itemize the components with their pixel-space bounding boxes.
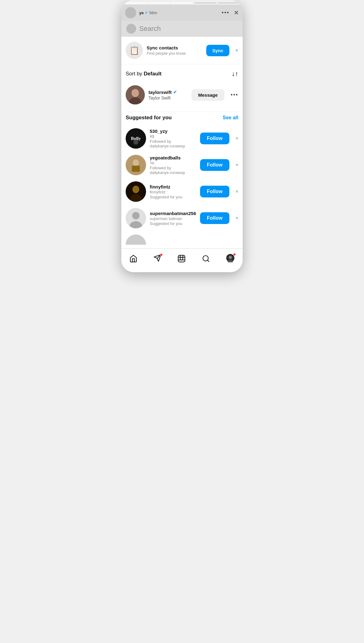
- sync-button[interactable]: Sync: [206, 45, 230, 56]
- story-username: ye ✓ 56m: [139, 11, 219, 15]
- search-input[interactable]: Search: [139, 25, 238, 33]
- taylorswift-avatar: [126, 85, 145, 104]
- taylorswift-display-name: Taylor Swift: [149, 95, 188, 100]
- 530yzy-username: 530_yzy: [150, 129, 196, 134]
- suggested-user-item: finnyfintz finnyfintz Suggested for you …: [121, 178, 243, 205]
- search-bar-container: Search: [121, 21, 243, 37]
- svg-point-7: [133, 159, 139, 166]
- sort-section: Sort by Default ↓↑: [121, 64, 243, 82]
- sort-by-text: Sort by: [126, 71, 144, 77]
- phone-frame: ye ✓ 56m ••• ✕ Search 📋 Sync contacts Fi…: [121, 0, 243, 272]
- sort-label: Sort by Default: [126, 71, 161, 77]
- home-icon: [129, 255, 137, 263]
- progress-bar-3: [171, 2, 193, 3]
- finnyfintz-info: finnyfintz finnyfintz Suggested for you: [150, 184, 196, 199]
- svg-point-28: [229, 256, 232, 259]
- story-username-text: ye: [139, 11, 144, 15]
- nav-home[interactable]: [129, 255, 137, 263]
- divider-1: [126, 111, 238, 112]
- yegoatedballs-info: yegoatedballs Ye Followed by dailykanye.…: [150, 155, 196, 175]
- partial-avatar-row: [121, 231, 243, 246]
- suggested-section-header: Suggested for you See all: [121, 113, 243, 125]
- reels-icon: [178, 255, 186, 263]
- yegoatedballs-dismiss-button[interactable]: ×: [236, 162, 238, 168]
- user-more-options[interactable]: •••: [231, 92, 238, 98]
- see-all-button[interactable]: See all: [223, 115, 238, 121]
- 530yzy-info: 530_yzy ¥$ Followed by dailykanye.runawa…: [150, 129, 196, 148]
- supermanbatman256-dismiss-button[interactable]: ×: [236, 215, 238, 221]
- svg-point-10: [132, 186, 139, 193]
- sync-close-button[interactable]: ×: [235, 47, 238, 54]
- suggested-title: Suggested for you: [126, 115, 172, 121]
- story-close-button[interactable]: ✕: [234, 9, 239, 16]
- progress-bar-2: [148, 2, 169, 3]
- story-time: 56m: [149, 11, 157, 15]
- supermanbatman256-subname: superman batman: [150, 216, 196, 221]
- taylorswift-username-row: taylorswift ✔: [149, 90, 188, 95]
- search-user-avatar: [126, 24, 136, 34]
- supermanbatman256-follow-button[interactable]: Follow: [200, 212, 229, 224]
- svg-rect-8: [132, 166, 140, 172]
- suggested-user-item: Bully 530_yzy ¥$ Followed by dailykanye.…: [121, 125, 243, 152]
- following-user-item: taylorswift ✔ Taylor Swift Message •••: [121, 82, 243, 110]
- sort-icon[interactable]: ↓↑: [232, 70, 238, 78]
- sync-contacts-banner: 📋 Sync contacts Find people you know Syn…: [121, 37, 243, 64]
- svg-point-5: [133, 140, 138, 145]
- nav-reels[interactable]: [178, 255, 186, 263]
- contacts-book-icon: 📋: [129, 46, 139, 55]
- svg-rect-18: [178, 255, 185, 262]
- finnyfintz-meta: Suggested for you: [150, 195, 196, 199]
- story-progress-bars: [121, 0, 243, 5]
- nav-messages[interactable]: [153, 254, 161, 263]
- nav-profile[interactable]: [226, 254, 235, 264]
- sync-contacts-icon: 📋: [126, 42, 143, 59]
- story-user-info: ye ✓ 56m: [139, 11, 219, 15]
- yegoatedballs-follow-button[interactable]: Follow: [200, 159, 229, 171]
- taylorswift-username: taylorswift: [149, 90, 172, 95]
- supermanbatman256-username: supermanbatman256: [150, 211, 196, 216]
- taylorswift-verified-icon: ✔: [173, 90, 177, 95]
- search-nav-icon: [202, 255, 210, 263]
- story-more-options[interactable]: •••: [222, 10, 229, 16]
- yegoatedballs-subname: Ye: [150, 161, 196, 165]
- svg-rect-15: [126, 235, 146, 245]
- story-user-avatar: [125, 7, 136, 18]
- suggested-user-item: supermanbatman256 superman batman Sugges…: [121, 205, 243, 231]
- supermanbatman256-info: supermanbatman256 superman batman Sugges…: [150, 211, 196, 226]
- sync-contacts-subtitle: Find people you know: [147, 51, 203, 56]
- nav-search[interactable]: [202, 255, 210, 263]
- 530yzy-follow-button[interactable]: Follow: [200, 133, 229, 144]
- finnyfintz-subname: finnyfintz: [150, 190, 196, 194]
- progress-bar-5: [218, 2, 240, 3]
- messages-notification-dot: [160, 253, 163, 256]
- 530yzy-subname: ¥$: [150, 134, 196, 139]
- story-verified-icon: ✓: [145, 11, 148, 15]
- sync-contacts-title: Sync contacts: [147, 45, 203, 50]
- suggested-user-item: yegoatedballs Ye Followed by dailykanye.…: [121, 152, 243, 178]
- 530yzy-avatar[interactable]: Bully: [126, 128, 146, 149]
- progress-bar-1: [124, 2, 146, 3]
- yegoatedballs-avatar[interactable]: [126, 155, 146, 175]
- yegoatedballs-username: yegoatedballs: [150, 155, 196, 160]
- finnyfintz-dismiss-button[interactable]: ×: [236, 189, 238, 194]
- svg-line-25: [207, 260, 209, 262]
- main-content: 📋 Sync contacts Find people you know Syn…: [121, 37, 243, 246]
- finnyfintz-username: finnyfintz: [150, 184, 196, 189]
- supermanbatman256-avatar[interactable]: [126, 208, 146, 228]
- sync-contacts-text: Sync contacts Find people you know: [147, 45, 203, 56]
- svg-point-13: [132, 212, 140, 219]
- sort-value: Default: [144, 71, 162, 77]
- svg-point-19: [180, 257, 183, 260]
- svg-point-1: [132, 89, 139, 97]
- supermanbatman256-meta: Suggested for you: [150, 221, 196, 226]
- finnyfintz-follow-button[interactable]: Follow: [200, 186, 229, 197]
- message-button[interactable]: Message: [191, 89, 224, 101]
- yegoatedballs-meta: Followed by dailykanye.runaway: [150, 166, 196, 175]
- story-header: ye ✓ 56m ••• ✕: [121, 5, 243, 21]
- 530yzy-dismiss-button[interactable]: ×: [236, 136, 238, 141]
- profile-notification-dot: [233, 253, 236, 256]
- bottom-navigation: [121, 248, 243, 272]
- progress-bar-4: [194, 2, 216, 3]
- taylorswift-info: taylorswift ✔ Taylor Swift: [149, 90, 188, 100]
- finnyfintz-avatar[interactable]: [126, 181, 146, 202]
